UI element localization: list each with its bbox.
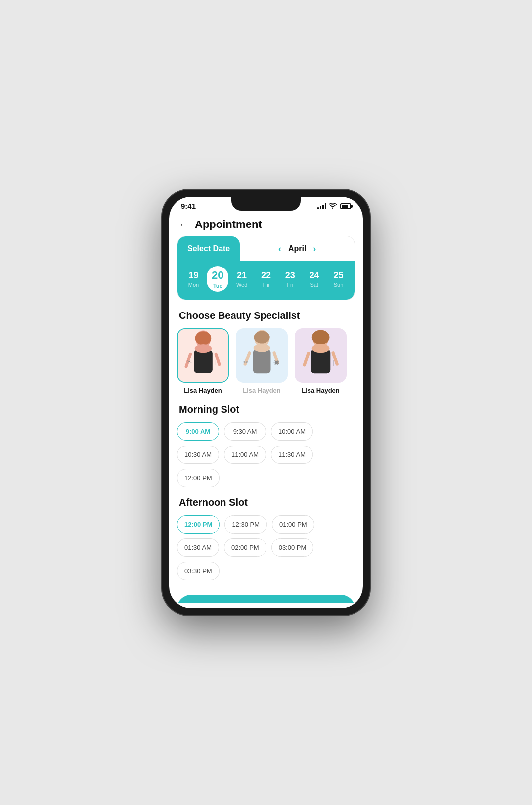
phone-screen: 9:41 [169,197,363,608]
time-slot-button[interactable]: 12:00 PM [177,515,220,534]
date-item[interactable]: 19 Mon [182,268,204,291]
back-button[interactable]: ← [179,219,189,230]
date-number: 20 [212,269,223,282]
date-item[interactable]: 24 Sat [304,268,325,291]
dates-row: 19 Mon 20 Tue 21 Wed 22 Thr 23 Fri 24 Sa… [177,261,355,300]
date-item[interactable]: 20 Tue [207,266,228,292]
date-day: Sun [334,282,344,288]
morning-slot-title: Morning Slot [169,404,363,422]
svg-line-20 [304,353,308,365]
time-slot-button[interactable]: 01:30 AM [177,538,219,557]
status-icons [317,202,351,210]
svg-point-1 [195,332,211,345]
specialists-row: ✂ | Lisa Hayden ✂ ◉ Lisa Hayden | [169,328,363,404]
next-month-button[interactable]: › [313,244,316,254]
svg-point-19 [312,344,330,353]
time-slot-button[interactable]: 9:00 AM [177,422,219,441]
month-nav: ‹ April › [240,236,355,261]
date-day: Sat [310,282,318,288]
month-label: April [288,244,306,253]
svg-rect-18 [311,349,330,373]
date-day: Tue [213,283,222,289]
date-number: 24 [310,270,319,281]
time-slot-button[interactable]: 02:00 PM [224,538,266,557]
date-item[interactable]: 21 Wed [231,268,253,291]
time-slot-button[interactable]: 03:00 PM [271,538,314,557]
specialist-card[interactable]: ✂ ◉ Lisa Hayden [236,328,288,394]
svg-rect-10 [253,349,271,373]
svg-point-3 [194,344,211,353]
specialist-image: ✂ ◉ [236,328,288,383]
avatar-bg: ✂ | [178,329,228,382]
specialist-image: ✂ | [177,328,229,383]
afternoon-slots-grid: 12:00 PM12:30 PM01:00 PM01:30 AM02:00 PM… [169,515,363,590]
date-number: 25 [333,270,343,281]
page-title: Appointment [195,218,262,231]
time-slot-button[interactable]: 12:00 PM [177,469,220,487]
specialist-name: Lisa Hayden [243,387,281,394]
date-number: 19 [188,270,198,281]
book-appointment-button[interactable]: Book Appointment [177,595,355,603]
time-slot-button[interactable]: 01:00 PM [272,515,314,534]
svg-point-9 [254,331,269,344]
date-header: Select Date ‹ April › [177,236,355,261]
date-day: Mon [188,282,199,288]
svg-point-11 [254,344,270,352]
morning-slots-grid: 9:00 AM9:30 AM10:00 AM10:30 AM11:00 AM11… [169,422,363,497]
header: ← Appointment [169,212,363,236]
select-date-tab[interactable]: Select Date [177,236,240,261]
svg-rect-2 [194,350,213,373]
book-btn-wrap: Book Appointment [169,590,363,603]
status-time: 9:41 [181,202,196,210]
phone-frame: 9:41 [162,190,370,615]
svg-text:|: | [215,359,217,365]
specialist-name: Lisa Hayden [184,387,222,394]
time-slot-button[interactable]: 10:30 AM [177,446,219,464]
time-slot-button[interactable]: 10:00 AM [271,422,313,441]
date-item[interactable]: 25 Sun [327,268,349,291]
date-day: Thr [262,282,270,288]
date-item[interactable]: 22 Thr [255,268,277,291]
specialist-card[interactable]: ✂ | Lisa Hayden [177,328,229,394]
time-slot-button[interactable]: 11:30 AM [271,446,313,464]
specialist-card[interactable]: | Lisa Hayden [295,328,347,394]
svg-point-17 [312,330,330,345]
date-day: Fri [287,282,293,288]
wifi-icon [329,202,337,210]
signal-icon [317,203,326,209]
time-slot-button[interactable]: 12:30 PM [224,515,267,534]
time-slot-button[interactable]: 03:30 PM [177,562,220,580]
avatar-bg: ✂ ◉ [236,328,288,383]
date-number: 22 [261,270,271,281]
battery-icon [340,203,351,209]
specialists-section-title: Choose Beauty Specialist [169,310,363,328]
afternoon-slot-title: Afternoon Slot [169,497,363,515]
time-slot-button[interactable]: 11:00 AM [224,446,266,464]
specialist-name: Lisa Hayden [302,387,340,394]
time-slot-button[interactable]: 9:30 AM [224,422,266,441]
notch [231,197,301,211]
date-picker: Select Date ‹ April › 19 Mon 20 Tue 21 W… [177,236,355,300]
date-item[interactable]: 23 Fri [279,268,301,291]
svg-text:✂: ✂ [243,359,248,366]
svg-text:|: | [333,359,334,366]
avatar-bg: | [295,328,347,383]
date-number: 23 [285,270,295,281]
prev-month-button[interactable]: ‹ [278,244,281,254]
date-day: Wed [236,282,247,288]
date-number: 21 [237,270,247,281]
scroll-content: ← Appointment Select Date ‹ April › 19 M… [169,212,363,603]
svg-line-5 [216,354,219,364]
svg-text:✂: ✂ [187,358,192,365]
specialist-image: | [295,328,347,383]
svg-text:◉: ◉ [273,358,279,366]
